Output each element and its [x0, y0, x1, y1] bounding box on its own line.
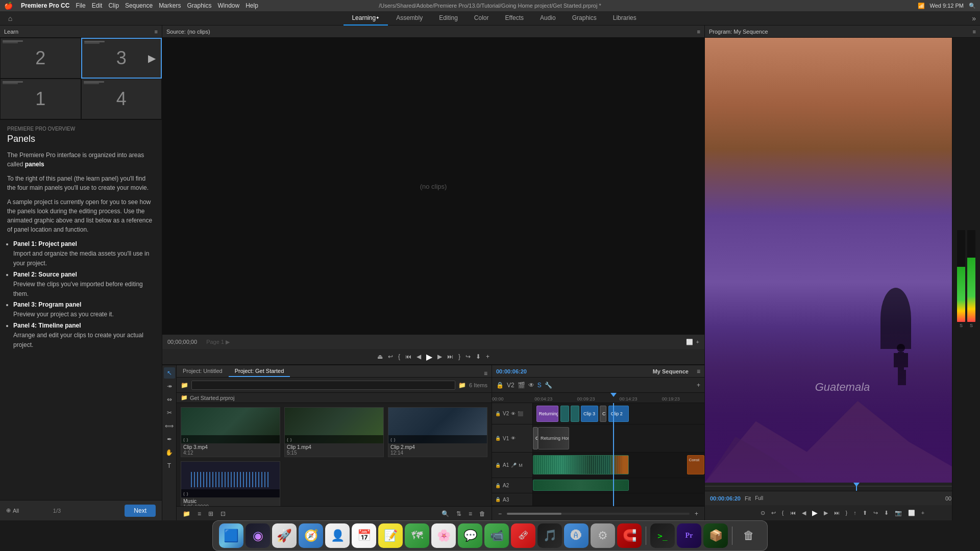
tutorial-thumb-1[interactable]: 1: [0, 79, 81, 119]
prog-overwrite[interactable]: ⬇: [883, 509, 890, 517]
track-v2-lock-icon[interactable]: 🔒: [495, 411, 501, 416]
tool-hand[interactable]: ✋: [164, 447, 175, 458]
workspace-more-btn[interactable]: »: [968, 14, 980, 22]
prog-step-back[interactable]: ⏮: [789, 509, 797, 517]
dock-launchpad[interactable]: 🚀: [272, 523, 297, 548]
clip-returning-home-v1[interactable]: Returning Home: [538, 427, 569, 449]
track-v2-eye-icon[interactable]: 👁: [511, 411, 516, 416]
program-playhead-area[interactable]: [705, 483, 980, 491]
clip-cross-v1[interactable]: Cross: [533, 427, 538, 449]
program-panel-menu-btn[interactable]: ≡: [973, 29, 976, 35]
source-page-btn[interactable]: Page 1 ▶: [206, 339, 230, 345]
tool-selection[interactable]: ↖: [164, 367, 175, 379]
source-btn-more[interactable]: +: [486, 353, 489, 360]
tl-ctrl-4[interactable]: 👁: [528, 382, 534, 389]
proj-tab-getstarted[interactable]: Project: Get Started: [229, 366, 290, 377]
clip-2-v2[interactable]: Clip 2: [608, 406, 629, 422]
search-menubar-icon[interactable]: 🔍: [969, 3, 976, 9]
tab-libraries[interactable]: Libraries: [605, 11, 645, 26]
proj-sort-btn[interactable]: ⇅: [454, 509, 463, 518]
tab-assembly[interactable]: Assembly: [388, 11, 431, 26]
dock-system-preferences[interactable]: ⚙: [591, 523, 615, 548]
tl-ctrl-6[interactable]: 🔧: [545, 382, 552, 389]
program-quality-label[interactable]: Full: [755, 495, 763, 501]
clip-3-v2[interactable]: Clip 3: [581, 406, 598, 422]
track-a1-lock-icon[interactable]: 🔒: [495, 463, 501, 468]
apple-logo-icon[interactable]: 🍎: [4, 2, 13, 10]
dock-siri[interactable]: ◉: [246, 523, 270, 548]
dock-photos[interactable]: 🌸: [431, 523, 456, 548]
tl-ctrl-1[interactable]: 🔒: [496, 382, 504, 389]
menu-file[interactable]: File: [76, 2, 85, 9]
tool-text[interactable]: T: [164, 460, 175, 471]
proj-new-bin-btn[interactable]: 📁: [181, 509, 192, 518]
timeline-menu-btn[interactable]: ≡: [697, 368, 700, 375]
clip-thumb-3[interactable]: { } Clip 3.mp4 4:12: [181, 407, 280, 457]
dock-appstore[interactable]: 🅐: [564, 523, 589, 548]
audio-clip-a2[interactable]: [533, 480, 629, 491]
dock-notes[interactable]: 📝: [378, 523, 403, 548]
track-a1-mic-icon[interactable]: 🎤: [511, 463, 517, 468]
clip-teal-1-v2[interactable]: [560, 406, 569, 422]
tl-zoom-in-btn[interactable]: +: [693, 509, 700, 518]
dock-terminal[interactable]: >_: [650, 523, 675, 548]
tool-razor[interactable]: ✂: [164, 407, 175, 418]
source-btn-overwrite[interactable]: ⬇: [476, 353, 481, 360]
track-a1-mute-icon[interactable]: M: [519, 463, 523, 468]
tab-editing[interactable]: Editing: [431, 11, 466, 26]
learn-panel-menu-btn[interactable]: ≡: [155, 29, 158, 35]
dock-music[interactable]: 🎵: [537, 523, 562, 548]
tab-learning[interactable]: Learning ✦: [344, 11, 388, 26]
workspace-home-btn[interactable]: ⌂: [0, 11, 20, 25]
tl-ctrl-5[interactable]: S: [537, 382, 542, 389]
dock-contacts[interactable]: 👤: [325, 523, 350, 548]
source-btn-1[interactable]: ⏏: [377, 353, 383, 360]
prog-camera[interactable]: 📷: [893, 509, 903, 517]
track-v1-eye-icon[interactable]: 👁: [511, 436, 516, 441]
tutorial-thumb-4[interactable]: 4: [81, 79, 162, 119]
source-btn-2[interactable]: ↩: [388, 353, 393, 360]
next-button[interactable]: Next: [125, 505, 156, 517]
proj-freeform-btn[interactable]: ⊡: [218, 509, 228, 518]
prog-play[interactable]: ▶: [811, 508, 819, 518]
tool-pen[interactable]: ✒: [164, 434, 175, 445]
prog-extract[interactable]: ⬆: [861, 509, 869, 517]
tool-track-select[interactable]: ↠: [164, 381, 175, 392]
dock-toolbox[interactable]: 🧲: [617, 523, 642, 548]
prog-lift[interactable]: ↑: [852, 509, 858, 517]
clip-thumb-1[interactable]: { } Clip 1.mp4 5:15: [284, 407, 384, 457]
menu-graphics[interactable]: Graphics: [187, 2, 211, 9]
tl-zoom-bar[interactable]: [507, 513, 690, 515]
dock-news[interactable]: 🗞: [511, 523, 535, 548]
menu-window[interactable]: Window: [218, 2, 240, 9]
clip-crossd-v2[interactable]: Cross D: [600, 406, 606, 422]
dock-facetime[interactable]: 📹: [484, 523, 509, 548]
menu-sequence[interactable]: Sequence: [125, 2, 153, 9]
dock-trash[interactable]: 🗑: [737, 523, 761, 548]
prog-btn-1[interactable]: ⊙: [759, 509, 767, 517]
proj-new-item-btn[interactable]: 🗑: [477, 509, 487, 518]
menu-markers[interactable]: Markers: [159, 2, 181, 9]
clip-thumb-music[interactable]: { } Music 1:05:10909: [181, 461, 280, 506]
track-v1-lock-icon[interactable]: 🔒: [495, 436, 501, 441]
tab-effects[interactable]: Effects: [497, 11, 532, 26]
project-folder-btn[interactable]: 📁: [458, 382, 466, 389]
tool-slip[interactable]: ⟺: [164, 420, 175, 432]
clip-thumb-2[interactable]: { } Clip 2.mp4 12:14: [388, 407, 487, 457]
source-btn-mark[interactable]: }: [458, 353, 460, 360]
dock-calendar[interactable]: 📅: [352, 523, 376, 548]
program-fit-label[interactable]: Fit: [745, 495, 751, 502]
source-btn-fwd-frame[interactable]: ▶: [437, 353, 442, 360]
tool-ripple[interactable]: ⇔: [164, 394, 175, 405]
tab-audio[interactable]: Audio: [532, 11, 564, 26]
project-search-input[interactable]: [191, 381, 455, 390]
prog-next-frame[interactable]: ▶: [822, 509, 829, 517]
source-panel-menu-btn[interactable]: ≡: [697, 29, 700, 35]
source-btn-insert[interactable]: ↪: [465, 353, 471, 360]
dock-premiere[interactable]: Pr: [677, 523, 701, 548]
menu-clip[interactable]: Clip: [108, 2, 119, 9]
tl-zoom-out-btn[interactable]: −: [496, 509, 504, 518]
proj-search-btn[interactable]: 🔍: [439, 509, 451, 518]
prog-step-fwd[interactable]: ⏭: [832, 509, 841, 517]
menu-edit[interactable]: Edit: [92, 2, 103, 9]
